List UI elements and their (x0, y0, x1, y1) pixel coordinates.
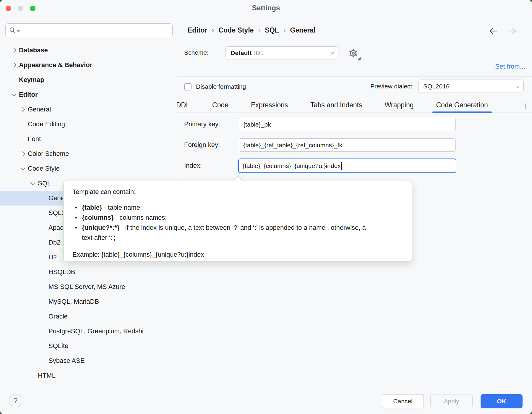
primary-key-input[interactable] (239, 118, 456, 131)
disable-formatting-label: Disable formatting (196, 83, 246, 90)
breadcrumb: Editor › Code Style › SQL › General (188, 26, 315, 34)
scheme-label: Scheme: (184, 49, 209, 56)
sidebar-item-sqlite[interactable]: SQLite (0, 339, 177, 353)
search-icon (9, 27, 16, 33)
sidebar-item-hsqldb[interactable]: HSQLDB (0, 265, 177, 279)
help-button[interactable]: ? (9, 394, 22, 407)
tooltip-arrow (233, 176, 243, 186)
tab-code[interactable]: Code (208, 98, 232, 113)
search-input[interactable] (21, 27, 169, 34)
chevron-right-icon[interactable] (18, 152, 28, 156)
tab-tabs-and-indents[interactable]: Tabs and Indents (306, 98, 366, 113)
sidebar-item-database[interactable]: Database (0, 43, 177, 58)
tooltip-example: Example: {table}_{columns}_{unique?u:}in… (72, 250, 403, 259)
search-box[interactable] (5, 23, 173, 37)
sidebar-item-appearance-behavior[interactable]: Appearance & Behavior (0, 58, 177, 72)
breadcrumb-editor[interactable]: Editor (188, 26, 207, 34)
settings-window: Settings Database Appearance & Behavior … (0, 0, 532, 414)
sidebar-item-postgresql[interactable]: PostgreSQL, Greenplum, Redshi (0, 324, 177, 339)
sidebar-item-general[interactable]: General (0, 102, 177, 117)
sidebar-item-font[interactable]: Font (0, 132, 177, 146)
sidebar-item-sybase[interactable]: Sybase ASE (0, 353, 177, 368)
breadcrumb-separator: › (283, 26, 286, 34)
template-tooltip: Template can contain: • {table} - table … (63, 181, 412, 261)
chevron-down-icon (330, 50, 334, 54)
breadcrumb-sql[interactable]: SQL (265, 26, 279, 34)
foreign-key-label: Foreign key: (184, 141, 220, 149)
scheme-suffix: IDE (254, 49, 264, 56)
gear-dropdown-triangle-icon (358, 57, 361, 60)
chevron-right-icon[interactable] (9, 48, 19, 52)
sidebar-item-color-scheme[interactable]: Color Scheme (0, 146, 177, 161)
apply-button[interactable]: Apply (430, 394, 473, 408)
forward-arrow-button[interactable] (507, 27, 517, 35)
ok-button[interactable]: OK (481, 394, 523, 408)
scheme-actions-button[interactable] (348, 47, 362, 60)
tab-ddl[interactable]: DDL (177, 98, 194, 113)
header-divider (177, 76, 532, 77)
breadcrumb-separator: › (212, 26, 214, 34)
search-history-icon[interactable] (17, 30, 20, 32)
cancel-button[interactable]: Cancel (382, 394, 424, 408)
preview-dialect-value: SQL2016 (423, 83, 450, 90)
chevron-right-icon[interactable] (9, 63, 19, 67)
tooltip-bullet-columns: • {columns} - columns names; (72, 213, 403, 223)
index-label: Index: (184, 161, 202, 170)
preview-dialect-dropdown[interactable]: SQL2016 (418, 80, 524, 93)
tab-wrapping[interactable]: Wrapping (381, 98, 417, 113)
tooltip-title: Template can contain: (72, 188, 403, 196)
back-arrow-button[interactable] (488, 27, 499, 35)
sidebar-item-editor[interactable]: Editor (0, 87, 177, 102)
tooltip-bullet-unique: • {unique?*:*} - if the index is unique,… (72, 223, 403, 243)
breadcrumb-separator: › (258, 26, 260, 34)
tab-overflow-button[interactable] (525, 104, 525, 109)
question-mark-icon: ? (14, 397, 17, 405)
preview-dialect-label: Preview dialect: (370, 83, 414, 90)
chevron-down-icon (515, 83, 519, 88)
disable-formatting-checkbox[interactable] (184, 83, 192, 90)
sidebar-item-mysql[interactable]: MySQL, MariaDB (0, 294, 177, 309)
chevron-down-icon[interactable] (9, 93, 19, 96)
code-style-tabbar: DDL Code Expressions Tabs and Indents Wr… (177, 98, 532, 113)
sidebar-item-keymap[interactable]: Keymap (0, 72, 177, 87)
tooltip-bullet-table: • {table} - table name; (72, 203, 403, 213)
primary-key-label: Primary key: (184, 120, 220, 128)
sidebar-item-oracle[interactable]: Oracle (0, 309, 177, 324)
sidebar-item-code-editing[interactable]: Code Editing (0, 117, 177, 132)
breadcrumb-code-style[interactable]: Code Style (218, 26, 254, 34)
foreign-key-input[interactable] (239, 138, 456, 152)
index-input[interactable]: {table}_{columns}_{unique?u:}index (238, 159, 456, 173)
sidebar-item-html[interactable]: HTML (0, 368, 177, 383)
sidebar-item-code-style[interactable]: Code Style (0, 161, 177, 176)
text-caret (341, 162, 342, 170)
chevron-right-icon[interactable] (18, 108, 28, 111)
scheme-dropdown[interactable]: Default IDE (226, 46, 338, 59)
breadcrumb-general[interactable]: General (290, 26, 316, 34)
tab-code-generation[interactable]: Code Generation (432, 98, 492, 113)
tab-expressions[interactable]: Expressions (247, 98, 292, 113)
chevron-down-icon[interactable] (18, 167, 28, 170)
sidebar-item-mssql[interactable]: MS SQL Server, MS Azure (0, 279, 177, 294)
set-from-link[interactable]: Set from... (495, 63, 525, 70)
scheme-value: Default (231, 49, 252, 56)
chevron-down-icon[interactable] (28, 182, 38, 185)
footer-divider (0, 386, 532, 386)
